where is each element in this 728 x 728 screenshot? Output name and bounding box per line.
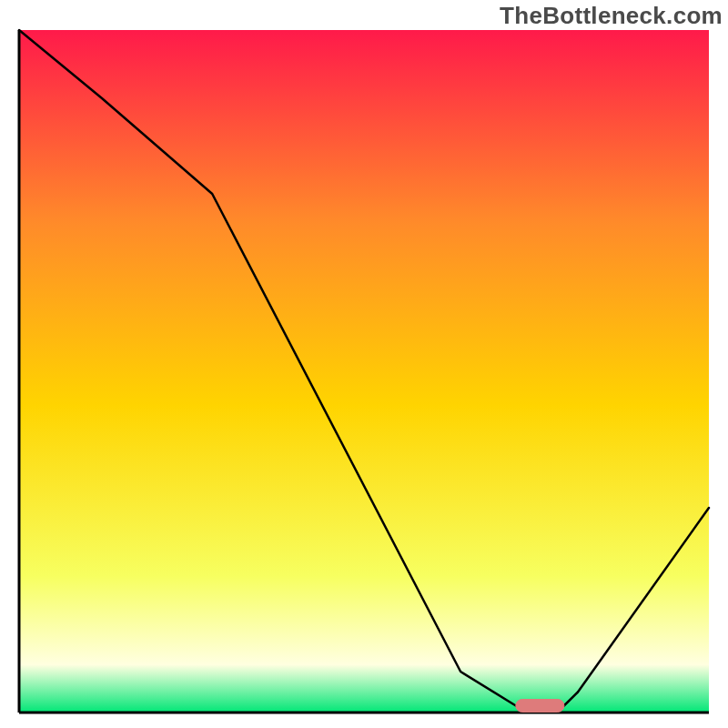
optimal-range-marker [516,700,564,713]
chart-svg [16,27,712,715]
chart-stage: TheBottleneck.com [0,0,728,728]
gradient-background [19,30,709,713]
chart-plot-area [16,27,712,715]
watermark-text: TheBottleneck.com [500,2,723,30]
